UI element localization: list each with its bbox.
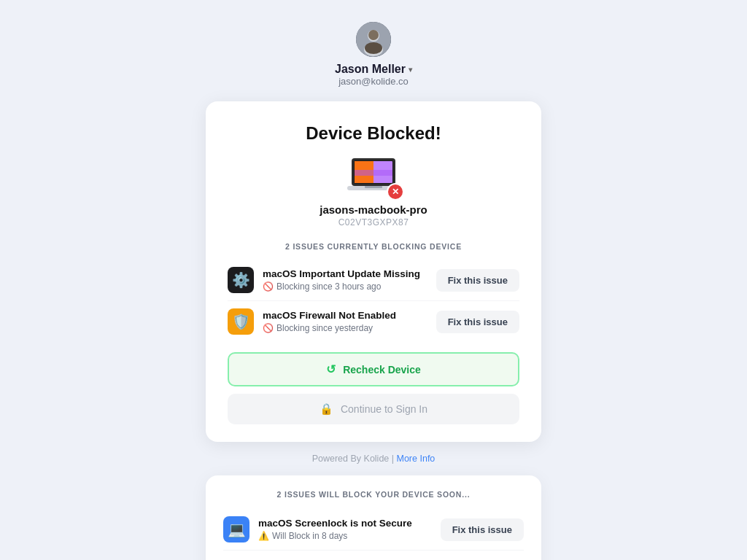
user-name[interactable]: Jason Meller ▾ — [335, 63, 412, 76]
block-icon-1: 🚫 — [263, 281, 274, 292]
issue-title-2: macOS Firewall Not Enabled — [263, 310, 427, 321]
svg-point-3 — [368, 30, 379, 40]
svg-rect-9 — [355, 170, 392, 176]
card-title: Device Blocked! — [228, 123, 519, 144]
device-icon-wrap: ✕ — [228, 155, 519, 196]
chevron-down-icon: ▾ — [409, 66, 412, 74]
laptop-icon: ✕ — [347, 155, 400, 196]
fix-issue-2-button[interactable]: Fix this issue — [436, 311, 519, 333]
warning-label: 2 ISSUES WILL BLOCK YOUR DEVICE SOON... — [223, 490, 524, 499]
issue-row-2: 🛡️ macOS Firewall Not Enabled 🚫 Blocking… — [228, 301, 519, 342]
issue-info-1: macOS Important Update Missing 🚫 Blockin… — [263, 268, 427, 292]
block-x-icon: ✕ — [388, 184, 403, 199]
issue-sub-2: 🚫 Blocking since yesterday — [263, 323, 427, 333]
main-card: Device Blocked! ✕ jasons-macbook-pro C02… — [206, 101, 541, 442]
warn-issue-row-1: 💻 macOS Screenlock is not Secure ⚠️ Will… — [223, 509, 524, 551]
fix-issue-1-button[interactable]: Fix this issue — [436, 269, 519, 292]
block-icon-2: 🚫 — [263, 323, 274, 333]
issue-row-1: ⚙️ macOS Important Update Missing 🚫 Bloc… — [228, 260, 519, 301]
avatar — [356, 22, 391, 57]
block-badge: ✕ — [387, 183, 404, 201]
fix-warn-issue-1-button[interactable]: Fix this issue — [441, 518, 524, 541]
device-name: jasons-macbook-pro — [228, 203, 519, 216]
recheck-device-button[interactable]: ↺ Recheck Device — [228, 352, 519, 386]
warning-card: 2 ISSUES WILL BLOCK YOUR DEVICE SOON... … — [206, 475, 541, 560]
warn-issue-sub-1: ⚠️ Will Block in 8 days — [258, 531, 432, 541]
device-serial: C02VT3GXPX87 — [228, 217, 519, 228]
warn-issue-row-2: 🐙 GitHub 2-Factor Recovery Codes Stored.… — [223, 551, 524, 560]
settings-icon: ⚙️ — [228, 267, 254, 293]
footer: Powered By Kolide | More Info — [312, 454, 436, 464]
more-info-link[interactable]: More Info — [397, 454, 436, 464]
warn-issue-info-1: macOS Screenlock is not Secure ⚠️ Will B… — [258, 518, 432, 541]
user-email: jason@kolide.co — [338, 76, 409, 87]
user-header: Jason Meller ▾ jason@kolide.co — [335, 22, 412, 87]
warn-issue-title-1: macOS Screenlock is not Secure — [258, 518, 432, 529]
blocking-issues-label: 2 ISSUES CURRENTLY BLOCKING DEVICE — [228, 242, 519, 251]
warn-icon-1: ⚠️ — [258, 531, 269, 541]
issue-title-1: macOS Important Update Missing — [263, 268, 427, 279]
svg-rect-11 — [365, 186, 382, 188]
screenlock-icon: 💻 — [223, 516, 249, 542]
svg-point-4 — [365, 42, 382, 54]
issue-info-2: macOS Firewall Not Enabled 🚫 Blocking si… — [263, 310, 427, 333]
continue-signin-button[interactable]: 🔒 Continue to Sign In — [228, 394, 519, 424]
firewall-icon: 🛡️ — [228, 308, 254, 335]
lock-icon: 🔒 — [320, 402, 333, 416]
issue-sub-1: 🚫 Blocking since 3 hours ago — [263, 281, 427, 292]
recheck-icon: ↺ — [326, 362, 336, 376]
